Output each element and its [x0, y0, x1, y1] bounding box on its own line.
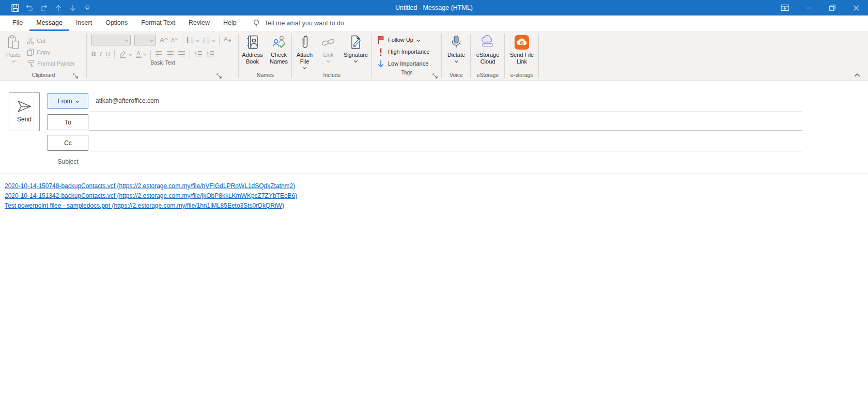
paste-button[interactable]: Paste [5, 33, 22, 71]
highlight-button[interactable] [119, 50, 132, 58]
decrease-indent-button[interactable] [194, 50, 203, 59]
from-button[interactable]: From [48, 93, 88, 109]
attachment-link[interactable]: 2020-10-14-151342-backupContacts.vcf (ht… [5, 191, 297, 201]
redo-button[interactable] [39, 3, 49, 12]
low-importance-button[interactable]: Low Importance [377, 58, 438, 69]
attachment-link[interactable]: 2020-10-14-150748-backupContacts.vcf (ht… [5, 181, 295, 191]
minimize-button[interactable] [797, 0, 820, 15]
tab-review[interactable]: Review [182, 15, 216, 31]
group-e-storage-label: e-storage [505, 72, 539, 81]
check-names-label: Check Names [268, 52, 290, 65]
attach-file-chevron-icon [303, 66, 306, 69]
svg-text:e: e [521, 40, 523, 45]
increase-indent-button[interactable] [206, 50, 214, 59]
from-address: atikah@afteroffice.com [96, 93, 159, 110]
collapse-ribbon-button[interactable] [853, 71, 862, 79]
cc-field[interactable] [89, 135, 802, 151]
align-center-button[interactable] [166, 50, 174, 59]
ribbon-display-options-button[interactable] [773, 0, 797, 15]
numbering-button[interactable]: 123 [203, 37, 215, 43]
signature-button[interactable]: Signature [340, 33, 371, 71]
restore-button[interactable] [820, 0, 844, 15]
customize-quick-access-icon [84, 5, 90, 10]
from-field[interactable]: atikah@afteroffice.com [89, 93, 802, 112]
link-chevron-icon [327, 59, 330, 63]
subject-field[interactable] [89, 154, 802, 169]
font-color-button[interactable]: A [135, 50, 146, 58]
check-names-button[interactable]: Check Names [267, 33, 291, 71]
attach-file-button[interactable]: Attach File [293, 33, 317, 71]
follow-up-button[interactable]: Follow Up [377, 34, 438, 45]
previous-item-button[interactable] [54, 3, 63, 12]
attach-file-icon [300, 35, 309, 50]
copy-button[interactable]: Copy [25, 46, 77, 57]
dialog-launcher-icon [216, 73, 222, 79]
dictate-button[interactable]: Dictate [444, 33, 469, 71]
estorage-cloud-button[interactable]: eStorage Cloud [472, 33, 503, 71]
bold-button[interactable]: B [91, 51, 96, 58]
to-field[interactable] [89, 114, 802, 131]
clipboard-dialog-launcher[interactable] [72, 73, 79, 79]
tab-message[interactable]: Message [29, 15, 69, 31]
bullets-button[interactable] [187, 37, 199, 43]
font-name-combo[interactable] [91, 35, 131, 45]
basic-text-dialog-launcher[interactable] [216, 73, 222, 79]
address-book-button[interactable]: Address Book [240, 33, 265, 71]
lightbulb-icon [253, 19, 260, 28]
next-item-icon [69, 4, 76, 12]
signature-label: Signature [344, 52, 368, 58]
close-button[interactable] [844, 0, 868, 15]
send-file-link-button[interactable]: e Send File Link [506, 33, 537, 71]
shrink-font-button[interactable]: A [171, 37, 178, 44]
send-button[interactable]: Send [9, 92, 40, 131]
cc-button[interactable]: Cc [48, 135, 88, 151]
group-clipboard: Paste Cut Copy Format Painter Clipboard [0, 31, 87, 81]
tell-me-search[interactable]: Tell me what you want to do [253, 15, 344, 31]
from-label: From [58, 98, 72, 105]
align-right-icon [178, 51, 185, 57]
clear-formatting-button[interactable]: A [224, 36, 232, 45]
tags-dialog-launcher[interactable] [432, 73, 438, 79]
message-body-editor[interactable]: 2020-10-14-150748-backupContacts.vcf (ht… [0, 175, 868, 405]
increase-indent-icon [206, 51, 214, 57]
attachment-link[interactable]: Test powerpoint filee - sampledocs.ppt (… [5, 201, 284, 211]
previous-item-icon [55, 4, 62, 12]
tab-insert[interactable]: Insert [69, 15, 99, 31]
high-importance-button[interactable]: High Importance [377, 46, 438, 57]
tab-help[interactable]: Help [216, 15, 243, 31]
minimize-icon [806, 5, 812, 11]
tab-file[interactable]: File [6, 15, 29, 31]
window-controls [773, 0, 868, 15]
link-button[interactable]: Link [319, 33, 338, 71]
group-names-label: Names [239, 72, 292, 81]
ribbon-display-options-icon [781, 4, 789, 11]
cc-label: Cc [64, 139, 72, 147]
italic-button[interactable]: I [100, 50, 102, 58]
customize-quick-access-button[interactable] [83, 3, 92, 12]
align-left-button[interactable] [155, 50, 163, 59]
save-button[interactable] [10, 3, 20, 12]
format-painter-button[interactable]: Format Painter [25, 58, 77, 69]
low-importance-icon [377, 59, 384, 68]
paste-icon [7, 35, 20, 50]
format-painter-icon [27, 60, 35, 67]
restore-icon [829, 5, 835, 11]
ribbon: Paste Cut Copy Format Painter Clipboard [0, 31, 868, 81]
font-size-combo[interactable] [134, 35, 156, 45]
tab-format-text[interactable]: Format Text [134, 15, 182, 31]
format-painter-label: Format Painter [37, 60, 75, 67]
grow-font-button[interactable]: A [160, 37, 167, 44]
align-right-button[interactable] [178, 50, 185, 59]
underline-button[interactable]: U [105, 51, 110, 58]
cut-button[interactable]: Cut [25, 35, 77, 46]
send-icon [17, 101, 32, 112]
undo-button[interactable] [25, 3, 34, 12]
send-file-link-label: Send File Link [507, 52, 536, 65]
tab-options[interactable]: Options [99, 15, 134, 31]
paste-dropdown-chevron-icon [12, 59, 16, 63]
follow-up-chevron-icon [416, 38, 420, 41]
follow-up-flag-icon [377, 36, 384, 44]
to-button[interactable]: To [48, 114, 88, 130]
next-item-button[interactable] [68, 3, 78, 12]
collapse-ribbon-chevron-icon [854, 73, 860, 77]
